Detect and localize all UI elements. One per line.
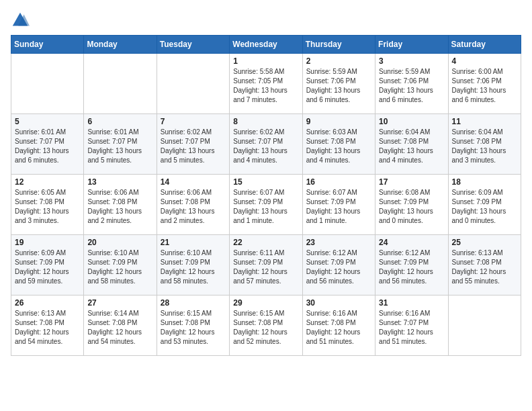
day-info: Sunrise: 6:02 AM Sunset: 7:07 PM Dayligh… — [233, 128, 298, 165]
calendar-cell: 9Sunrise: 6:03 AM Sunset: 7:08 PM Daylig… — [302, 114, 375, 175]
day-info: Sunrise: 6:09 AM Sunset: 7:09 PM Dayligh… — [15, 248, 80, 286]
calendar-cell: 3Sunrise: 5:59 AM Sunset: 7:06 PM Daylig… — [375, 54, 448, 114]
calendar-cell: 14Sunrise: 6:06 AM Sunset: 7:08 PM Dayli… — [157, 175, 229, 235]
day-info: Sunrise: 6:14 AM Sunset: 7:08 PM Dayligh… — [87, 309, 152, 347]
day-info: Sunrise: 6:10 AM Sunset: 7:09 PM Dayligh… — [87, 248, 152, 286]
header-cell-sunday: Sunday — [11, 36, 84, 54]
day-info: Sunrise: 6:15 AM Sunset: 7:08 PM Dayligh… — [233, 309, 298, 347]
calendar-cell: 29Sunrise: 6:15 AM Sunset: 7:08 PM Dayli… — [230, 295, 302, 356]
calendar-cell: 24Sunrise: 6:12 AM Sunset: 7:09 PM Dayli… — [375, 235, 448, 295]
calendar-cell — [448, 295, 521, 356]
header-row: SundayMondayTuesdayWednesdayThursdayFrid… — [11, 36, 521, 54]
day-info: Sunrise: 6:01 AM Sunset: 7:07 PM Dayligh… — [15, 128, 80, 165]
day-info: Sunrise: 5:59 AM Sunset: 7:06 PM Dayligh… — [306, 67, 371, 105]
day-number: 10 — [379, 117, 444, 126]
day-number: 3 — [379, 56, 444, 66]
calendar-cell: 31Sunrise: 6:16 AM Sunset: 7:07 PM Dayli… — [375, 295, 448, 356]
calendar-cell: 26Sunrise: 6:13 AM Sunset: 7:08 PM Dayli… — [11, 295, 84, 356]
calendar-week-0: 1Sunrise: 5:58 AM Sunset: 7:05 PM Daylig… — [11, 54, 521, 114]
calendar-cell: 2Sunrise: 5:59 AM Sunset: 7:06 PM Daylig… — [302, 54, 375, 114]
day-number: 12 — [15, 177, 80, 187]
day-number: 6 — [87, 117, 152, 126]
day-info: Sunrise: 6:00 AM Sunset: 7:06 PM Dayligh… — [452, 67, 517, 105]
calendar-cell: 7Sunrise: 6:02 AM Sunset: 7:07 PM Daylig… — [157, 114, 229, 175]
calendar-cell: 13Sunrise: 6:06 AM Sunset: 7:08 PM Dayli… — [84, 175, 157, 235]
day-number: 31 — [379, 298, 444, 308]
calendar-cell: 1Sunrise: 5:58 AM Sunset: 7:05 PM Daylig… — [230, 54, 302, 114]
calendar-cell: 10Sunrise: 6:04 AM Sunset: 7:08 PM Dayli… — [375, 114, 448, 175]
calendar-header: SundayMondayTuesdayWednesdayThursdayFrid… — [11, 36, 521, 54]
day-number: 2 — [306, 56, 371, 66]
day-info: Sunrise: 6:13 AM Sunset: 7:08 PM Dayligh… — [452, 248, 517, 286]
day-number: 23 — [306, 238, 371, 247]
calendar-cell: 19Sunrise: 6:09 AM Sunset: 7:09 PM Dayli… — [11, 235, 84, 295]
day-number: 13 — [87, 177, 152, 187]
logo-icon — [11, 11, 30, 30]
day-info: Sunrise: 6:04 AM Sunset: 7:08 PM Dayligh… — [452, 128, 517, 165]
day-number: 15 — [233, 177, 298, 187]
day-info: Sunrise: 6:07 AM Sunset: 7:09 PM Dayligh… — [233, 188, 298, 226]
day-info: Sunrise: 6:05 AM Sunset: 7:08 PM Dayligh… — [15, 188, 80, 226]
header-cell-thursday: Thursday — [302, 36, 375, 54]
day-info: Sunrise: 6:15 AM Sunset: 7:08 PM Dayligh… — [161, 309, 226, 347]
day-info: Sunrise: 6:08 AM Sunset: 7:09 PM Dayligh… — [379, 188, 444, 226]
calendar-body: 1Sunrise: 5:58 AM Sunset: 7:05 PM Daylig… — [11, 54, 521, 356]
calendar-cell: 22Sunrise: 6:11 AM Sunset: 7:09 PM Dayli… — [230, 235, 302, 295]
day-info: Sunrise: 6:06 AM Sunset: 7:08 PM Dayligh… — [87, 188, 152, 226]
day-info: Sunrise: 5:58 AM Sunset: 7:05 PM Dayligh… — [233, 67, 298, 105]
calendar-cell: 12Sunrise: 6:05 AM Sunset: 7:08 PM Dayli… — [11, 175, 84, 235]
day-number: 7 — [161, 117, 226, 126]
day-info: Sunrise: 6:11 AM Sunset: 7:09 PM Dayligh… — [233, 248, 298, 286]
page-header — [11, 11, 521, 30]
header-cell-tuesday: Tuesday — [157, 36, 229, 54]
calendar-cell — [84, 54, 157, 114]
calendar-cell: 4Sunrise: 6:00 AM Sunset: 7:06 PM Daylig… — [448, 54, 521, 114]
header-cell-friday: Friday — [375, 36, 448, 54]
header-cell-saturday: Saturday — [448, 36, 521, 54]
day-info: Sunrise: 6:09 AM Sunset: 7:09 PM Dayligh… — [452, 188, 517, 226]
day-number: 27 — [87, 298, 152, 308]
day-number: 30 — [306, 298, 371, 308]
calendar-cell: 16Sunrise: 6:07 AM Sunset: 7:09 PM Dayli… — [302, 175, 375, 235]
calendar-cell: 20Sunrise: 6:10 AM Sunset: 7:09 PM Dayli… — [84, 235, 157, 295]
day-number: 5 — [15, 117, 80, 126]
day-number: 29 — [233, 298, 298, 308]
calendar-cell: 18Sunrise: 6:09 AM Sunset: 7:09 PM Dayli… — [448, 175, 521, 235]
day-info: Sunrise: 6:03 AM Sunset: 7:08 PM Dayligh… — [306, 128, 371, 165]
day-number: 28 — [161, 298, 226, 308]
calendar-cell: 25Sunrise: 6:13 AM Sunset: 7:08 PM Dayli… — [448, 235, 521, 295]
day-info: Sunrise: 6:02 AM Sunset: 7:07 PM Dayligh… — [161, 128, 226, 165]
day-number: 24 — [379, 238, 444, 247]
day-number: 18 — [452, 177, 517, 187]
day-info: Sunrise: 6:16 AM Sunset: 7:08 PM Dayligh… — [306, 309, 371, 347]
calendar-week-4: 26Sunrise: 6:13 AM Sunset: 7:08 PM Dayli… — [11, 295, 521, 356]
calendar-cell: 21Sunrise: 6:10 AM Sunset: 7:09 PM Dayli… — [157, 235, 229, 295]
calendar-week-3: 19Sunrise: 6:09 AM Sunset: 7:09 PM Dayli… — [11, 235, 521, 295]
day-number: 4 — [452, 56, 517, 66]
day-number: 25 — [452, 238, 517, 247]
day-number: 1 — [233, 56, 298, 66]
day-number: 16 — [306, 177, 371, 187]
calendar-week-1: 5Sunrise: 6:01 AM Sunset: 7:07 PM Daylig… — [11, 114, 521, 175]
calendar-cell: 6Sunrise: 6:01 AM Sunset: 7:07 PM Daylig… — [84, 114, 157, 175]
calendar-cell: 8Sunrise: 6:02 AM Sunset: 7:07 PM Daylig… — [230, 114, 302, 175]
header-cell-monday: Monday — [84, 36, 157, 54]
calendar-cell: 11Sunrise: 6:04 AM Sunset: 7:08 PM Dayli… — [448, 114, 521, 175]
day-number: 19 — [15, 238, 80, 247]
day-number: 17 — [379, 177, 444, 187]
day-info: Sunrise: 6:12 AM Sunset: 7:09 PM Dayligh… — [379, 248, 444, 286]
calendar-table: SundayMondayTuesdayWednesdayThursdayFrid… — [11, 35, 521, 356]
day-number: 20 — [87, 238, 152, 247]
calendar-cell: 17Sunrise: 6:08 AM Sunset: 7:09 PM Dayli… — [375, 175, 448, 235]
header-cell-wednesday: Wednesday — [230, 36, 302, 54]
calendar-cell — [157, 54, 229, 114]
day-info: Sunrise: 6:06 AM Sunset: 7:08 PM Dayligh… — [161, 188, 226, 226]
calendar-cell — [11, 54, 84, 114]
calendar-cell: 30Sunrise: 6:16 AM Sunset: 7:08 PM Dayli… — [302, 295, 375, 356]
day-info: Sunrise: 6:12 AM Sunset: 7:09 PM Dayligh… — [306, 248, 371, 286]
calendar-cell: 23Sunrise: 6:12 AM Sunset: 7:09 PM Dayli… — [302, 235, 375, 295]
day-info: Sunrise: 6:07 AM Sunset: 7:09 PM Dayligh… — [306, 188, 371, 226]
calendar-cell: 15Sunrise: 6:07 AM Sunset: 7:09 PM Dayli… — [230, 175, 302, 235]
day-number: 11 — [452, 117, 517, 126]
calendar-cell: 27Sunrise: 6:14 AM Sunset: 7:08 PM Dayli… — [84, 295, 157, 356]
